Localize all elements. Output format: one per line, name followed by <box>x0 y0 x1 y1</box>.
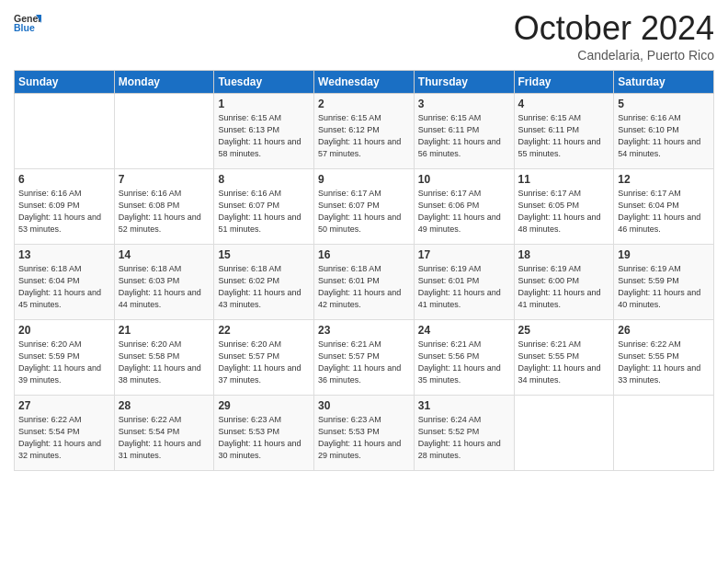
calendar-body: 1Sunrise: 6:15 AM Sunset: 6:13 PM Daylig… <box>15 94 714 471</box>
day-detail: Sunrise: 6:20 AM Sunset: 5:58 PM Dayligh… <box>119 339 210 386</box>
calendar-header-row: SundayMondayTuesdayWednesdayThursdayFrid… <box>15 71 714 94</box>
day-number: 10 <box>418 173 510 186</box>
calendar-cell: 3Sunrise: 6:15 AM Sunset: 6:11 PM Daylig… <box>414 94 514 169</box>
day-detail: Sunrise: 6:16 AM Sunset: 6:10 PM Dayligh… <box>618 112 710 160</box>
calendar-cell: 8Sunrise: 6:16 AM Sunset: 6:07 PM Daylig… <box>214 169 314 245</box>
calendar-cell: 4Sunrise: 6:15 AM Sunset: 6:11 PM Daylig… <box>514 94 614 169</box>
day-of-week-header: Friday <box>514 71 614 94</box>
day-detail: Sunrise: 6:17 AM Sunset: 6:05 PM Dayligh… <box>518 188 610 236</box>
calendar-cell: 27Sunrise: 6:22 AM Sunset: 5:54 PM Dayli… <box>15 396 115 471</box>
day-detail: Sunrise: 6:16 AM Sunset: 6:08 PM Dayligh… <box>119 188 210 236</box>
day-number: 5 <box>618 98 710 110</box>
day-number: 12 <box>618 173 710 186</box>
calendar-week-row: 1Sunrise: 6:15 AM Sunset: 6:13 PM Daylig… <box>15 94 714 169</box>
location: Candelaria, Puerto Rico <box>514 48 714 63</box>
day-detail: Sunrise: 6:20 AM Sunset: 5:59 PM Dayligh… <box>18 339 110 386</box>
calendar-cell: 23Sunrise: 6:21 AM Sunset: 5:57 PM Dayli… <box>314 320 415 396</box>
calendar-cell: 1Sunrise: 6:15 AM Sunset: 6:13 PM Daylig… <box>214 94 314 169</box>
day-number: 4 <box>518 98 610 110</box>
day-number: 25 <box>518 324 610 337</box>
day-detail: Sunrise: 6:18 AM Sunset: 6:03 PM Dayligh… <box>119 263 210 311</box>
calendar-cell: 28Sunrise: 6:22 AM Sunset: 5:54 PM Dayli… <box>114 396 214 471</box>
calendar-cell <box>114 94 214 169</box>
calendar-week-row: 6Sunrise: 6:16 AM Sunset: 6:09 PM Daylig… <box>15 169 714 245</box>
calendar-cell: 9Sunrise: 6:17 AM Sunset: 6:07 PM Daylig… <box>314 169 415 245</box>
day-number: 21 <box>119 324 210 337</box>
day-number: 14 <box>119 248 210 261</box>
calendar-cell: 16Sunrise: 6:18 AM Sunset: 6:01 PM Dayli… <box>314 245 415 320</box>
day-of-week-header: Tuesday <box>214 71 314 94</box>
calendar-cell: 17Sunrise: 6:19 AM Sunset: 6:01 PM Dayli… <box>414 245 514 320</box>
calendar-cell: 15Sunrise: 6:18 AM Sunset: 6:02 PM Dayli… <box>214 245 314 320</box>
day-number: 19 <box>618 248 710 261</box>
day-detail: Sunrise: 6:15 AM Sunset: 6:11 PM Dayligh… <box>518 112 610 160</box>
day-of-week-header: Sunday <box>15 71 115 94</box>
calendar-cell: 20Sunrise: 6:20 AM Sunset: 5:59 PM Dayli… <box>15 320 115 396</box>
calendar-table: SundayMondayTuesdayWednesdayThursdayFrid… <box>14 70 714 471</box>
day-number: 15 <box>218 248 310 261</box>
day-number: 3 <box>418 98 510 110</box>
calendar-cell: 22Sunrise: 6:20 AM Sunset: 5:57 PM Dayli… <box>214 320 314 396</box>
calendar-cell: 25Sunrise: 6:21 AM Sunset: 5:55 PM Dayli… <box>514 320 614 396</box>
day-number: 2 <box>318 98 410 110</box>
page-header: General Blue October 2024 Candelaria, Pu… <box>14 9 714 63</box>
calendar-cell <box>614 396 714 471</box>
calendar-cell: 2Sunrise: 6:15 AM Sunset: 6:12 PM Daylig… <box>314 94 415 169</box>
calendar-cell: 30Sunrise: 6:23 AM Sunset: 5:53 PM Dayli… <box>314 396 415 471</box>
day-number: 9 <box>318 173 410 186</box>
day-number: 24 <box>418 324 510 337</box>
day-detail: Sunrise: 6:19 AM Sunset: 5:59 PM Dayligh… <box>618 263 710 311</box>
calendar-cell <box>15 94 115 169</box>
logo: General Blue <box>14 9 41 37</box>
day-of-week-header: Thursday <box>414 71 514 94</box>
day-detail: Sunrise: 6:17 AM Sunset: 6:06 PM Dayligh… <box>418 188 510 236</box>
logo-icon: General Blue <box>14 9 41 37</box>
day-number: 6 <box>18 173 110 186</box>
svg-text:Blue: Blue <box>14 22 35 33</box>
month-title: October 2024 <box>514 9 714 48</box>
calendar-cell: 21Sunrise: 6:20 AM Sunset: 5:58 PM Dayli… <box>114 320 214 396</box>
day-detail: Sunrise: 6:15 AM Sunset: 6:13 PM Dayligh… <box>218 112 310 160</box>
day-number: 29 <box>218 399 310 412</box>
day-detail: Sunrise: 6:22 AM Sunset: 5:54 PM Dayligh… <box>18 414 110 462</box>
day-number: 11 <box>518 173 610 186</box>
day-number: 13 <box>18 248 110 261</box>
day-detail: Sunrise: 6:19 AM Sunset: 6:00 PM Dayligh… <box>518 263 610 311</box>
day-number: 16 <box>318 248 410 261</box>
day-number: 30 <box>318 399 410 412</box>
calendar-cell: 18Sunrise: 6:19 AM Sunset: 6:00 PM Dayli… <box>514 245 614 320</box>
day-detail: Sunrise: 6:23 AM Sunset: 5:53 PM Dayligh… <box>318 414 410 462</box>
day-detail: Sunrise: 6:16 AM Sunset: 6:09 PM Dayligh… <box>18 188 110 236</box>
calendar-cell: 24Sunrise: 6:21 AM Sunset: 5:56 PM Dayli… <box>414 320 514 396</box>
calendar-cell: 5Sunrise: 6:16 AM Sunset: 6:10 PM Daylig… <box>614 94 714 169</box>
day-detail: Sunrise: 6:17 AM Sunset: 6:04 PM Dayligh… <box>618 188 710 236</box>
day-detail: Sunrise: 6:18 AM Sunset: 6:01 PM Dayligh… <box>318 263 410 311</box>
calendar-cell: 14Sunrise: 6:18 AM Sunset: 6:03 PM Dayli… <box>114 245 214 320</box>
day-number: 22 <box>218 324 310 337</box>
calendar-cell <box>514 396 614 471</box>
day-detail: Sunrise: 6:20 AM Sunset: 5:57 PM Dayligh… <box>218 339 310 386</box>
day-detail: Sunrise: 6:23 AM Sunset: 5:53 PM Dayligh… <box>218 414 310 462</box>
day-of-week-header: Wednesday <box>314 71 415 94</box>
day-detail: Sunrise: 6:21 AM Sunset: 5:55 PM Dayligh… <box>518 339 610 386</box>
day-number: 28 <box>119 399 210 412</box>
calendar-cell: 6Sunrise: 6:16 AM Sunset: 6:09 PM Daylig… <box>15 169 115 245</box>
day-detail: Sunrise: 6:17 AM Sunset: 6:07 PM Dayligh… <box>318 188 410 236</box>
day-of-week-header: Monday <box>114 71 214 94</box>
day-number: 18 <box>518 248 610 261</box>
calendar-cell: 12Sunrise: 6:17 AM Sunset: 6:04 PM Dayli… <box>614 169 714 245</box>
day-detail: Sunrise: 6:21 AM Sunset: 5:57 PM Dayligh… <box>318 339 410 386</box>
calendar-cell: 31Sunrise: 6:24 AM Sunset: 5:52 PM Dayli… <box>414 396 514 471</box>
calendar-week-row: 20Sunrise: 6:20 AM Sunset: 5:59 PM Dayli… <box>15 320 714 396</box>
day-detail: Sunrise: 6:15 AM Sunset: 6:12 PM Dayligh… <box>318 112 410 160</box>
calendar-cell: 26Sunrise: 6:22 AM Sunset: 5:55 PM Dayli… <box>614 320 714 396</box>
day-detail: Sunrise: 6:18 AM Sunset: 6:04 PM Dayligh… <box>18 263 110 311</box>
title-area: October 2024 Candelaria, Puerto Rico <box>514 9 714 63</box>
day-number: 26 <box>618 324 710 337</box>
calendar-week-row: 13Sunrise: 6:18 AM Sunset: 6:04 PM Dayli… <box>15 245 714 320</box>
day-number: 31 <box>418 399 510 412</box>
day-of-week-header: Saturday <box>614 71 714 94</box>
calendar-cell: 7Sunrise: 6:16 AM Sunset: 6:08 PM Daylig… <box>114 169 214 245</box>
day-number: 27 <box>18 399 110 412</box>
day-detail: Sunrise: 6:22 AM Sunset: 5:54 PM Dayligh… <box>119 414 210 462</box>
